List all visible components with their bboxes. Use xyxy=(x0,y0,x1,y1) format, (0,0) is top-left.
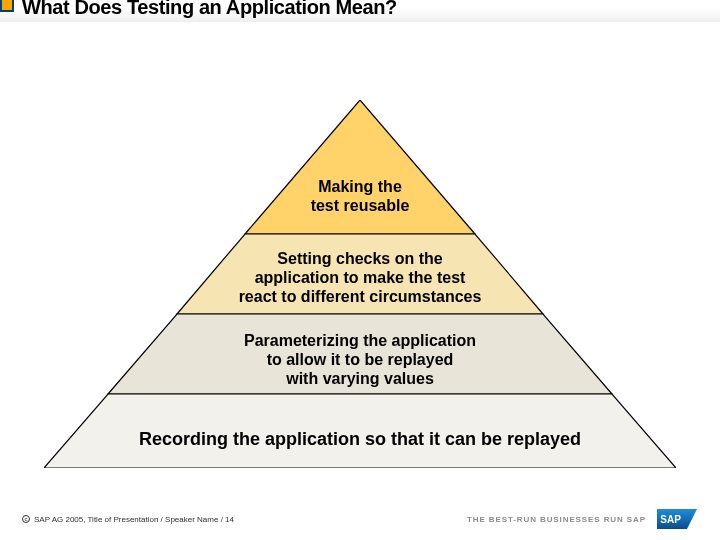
copyright: c SAP AG 2005, Title of Presentation / S… xyxy=(22,515,234,524)
pyramid: Making thetest reusable Setting checks o… xyxy=(44,100,676,468)
footer: c SAP AG 2005, Title of Presentation / S… xyxy=(0,504,720,540)
sap-logo-text: SAP xyxy=(660,514,681,525)
pyramid-label-4: Recording the application so that it can… xyxy=(44,429,676,450)
sap-logo-icon: SAP xyxy=(656,509,698,529)
pyramid-label-3: Parameterizing the applicationto allow i… xyxy=(44,332,676,389)
pyramid-label-1: Making thetest reusable xyxy=(44,178,676,216)
copyright-icon: c xyxy=(22,515,30,523)
title-bullet-icon xyxy=(0,0,14,12)
pyramid-label-2: Setting checks on theapplication to make… xyxy=(44,250,676,307)
title-bar: What Does Testing an Application Mean? xyxy=(0,0,720,19)
copyright-text: SAP AG 2005, Title of Presentation / Spe… xyxy=(34,515,234,524)
page-title: What Does Testing an Application Mean? xyxy=(22,0,397,19)
footer-right: THE BEST-RUN BUSINESSES RUN SAP SAP xyxy=(467,509,698,529)
tagline: THE BEST-RUN BUSINESSES RUN SAP xyxy=(467,515,646,524)
